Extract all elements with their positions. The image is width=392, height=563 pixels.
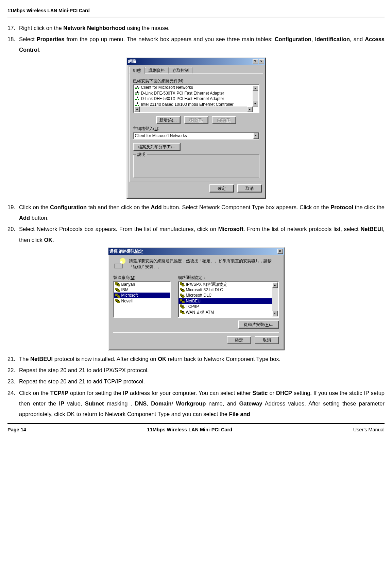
properties-button[interactable]: 內容(R)	[212, 116, 236, 124]
footer-right: User's Manual	[353, 425, 385, 435]
step-21: 21. The NetBEUI protocol is now installe…	[7, 354, 385, 364]
text: , and	[350, 36, 365, 42]
bold: Configuration	[50, 204, 87, 210]
bold: Configuration	[275, 36, 311, 42]
list-item-selected[interactable]: NetBEUI	[178, 298, 272, 304]
text: ,	[311, 36, 315, 42]
tab-identification[interactable]: 識別資料	[145, 67, 169, 74]
protocol-icon	[180, 304, 185, 309]
footer: Page 14 11Mbps Wireless LAN Mini-PCI Car…	[7, 425, 385, 435]
adapter-icon	[135, 97, 140, 101]
list-item-selected[interactable]: Microsoft	[114, 293, 170, 298]
cancel-button[interactable]: 取消	[237, 184, 262, 193]
titlebar[interactable]: 選擇 網路通訊協定 ×	[108, 248, 284, 255]
list-item[interactable]: TCP/IP	[178, 304, 272, 309]
text: Click on the	[19, 204, 50, 210]
titlebar[interactable]: 網路 ? ×	[127, 58, 265, 65]
bold: Add	[19, 215, 30, 221]
page-number: Page 14	[7, 425, 26, 435]
primary-logon-combo[interactable]: Client for Microsoft Networks ▼	[133, 132, 259, 139]
vertical-scrollbar[interactable]: ▲ ▼	[253, 85, 258, 106]
protocol-icon	[180, 310, 185, 314]
text: Repeat the step 20 and 21 to add IPX/SPX…	[19, 367, 149, 373]
text: from the pop up menu. The network box ap…	[64, 36, 274, 42]
text: using the mouse.	[125, 25, 170, 31]
adapter-icon	[135, 102, 140, 106]
tab-panel: 已經安裝下面的網路元件(N): Client for Microsoft Net…	[129, 73, 263, 182]
protocol-icon	[113, 258, 125, 270]
list-item[interactable]: WAN 支援 ATM	[178, 310, 272, 315]
list-item[interactable]: Microsoft DLC	[178, 293, 272, 298]
primary-logon-label: 主網路登入(L):	[133, 126, 259, 131]
installed-components-label: 已經安裝下面的網路元件(N):	[133, 79, 259, 83]
list-item[interactable]: D-Link DFE-530TX PCI Fast Ethernet Adapt…	[134, 96, 253, 101]
tab-access-control[interactable]: 存取控制	[169, 67, 192, 74]
chevron-down-icon[interactable]: ▼	[253, 133, 259, 139]
text: Right click on the	[19, 25, 63, 31]
protocol-icon	[115, 299, 120, 303]
protocol-icon	[180, 299, 185, 303]
tab-configuration[interactable]: 組態	[129, 67, 145, 74]
text: /	[172, 400, 176, 407]
group-label: 說明	[136, 152, 147, 157]
step-num: 21.	[7, 354, 15, 364]
protocol-icon	[115, 282, 120, 286]
help-button[interactable]: ?	[253, 59, 258, 64]
bold: Static	[253, 390, 268, 396]
dialog-title: 選擇 網路通訊協定	[109, 249, 277, 254]
scroll-down-icon[interactable]: ▼	[253, 101, 258, 106]
ok-button[interactable]: 確定	[227, 336, 251, 344]
bold: Protocol	[330, 204, 353, 210]
components-listbox[interactable]: Client for Microsoft Networks D-Link DFE…	[133, 84, 259, 113]
bold: Workgroup	[176, 400, 206, 407]
bold: Identification	[315, 36, 350, 42]
remove-button[interactable]: 移除(E)	[184, 116, 208, 124]
list-item[interactable]: Client for Microsoft Networks	[134, 85, 253, 90]
bold: IP	[123, 390, 129, 396]
add-button[interactable]: 新增(A)...	[156, 116, 181, 124]
bold: File and	[229, 411, 250, 417]
step-24: 24. Click on the TCP/IP option for setti…	[7, 388, 385, 420]
step-num: 19.	[7, 202, 15, 213]
text: tab and then click on the	[87, 204, 151, 210]
bold: OK	[44, 237, 52, 243]
list-item[interactable]: Banyan	[114, 282, 170, 287]
text: The	[19, 356, 30, 362]
text: button. Select Network Component Type bo…	[162, 204, 331, 210]
list-item[interactable]: Microsoft 32-bit DLC	[178, 287, 272, 293]
text: button.	[30, 215, 49, 221]
horizontal-scrollbar[interactable]: ◄ ►	[134, 106, 253, 112]
close-button[interactable]: ×	[277, 249, 283, 254]
bold: NetBEUI	[360, 226, 383, 232]
scroll-left-icon[interactable]: ◄	[134, 106, 140, 112]
scroll-up-icon[interactable]: ▲	[253, 85, 258, 91]
scroll-up-icon[interactable]: ▲	[272, 282, 278, 288]
protocols-listbox[interactable]: IPX/SPX 相容通訊協定 Microsoft 32-bit DLC Micr…	[178, 281, 279, 318]
close-button[interactable]: ×	[259, 59, 264, 64]
scroll-right-icon[interactable]: ►	[247, 106, 253, 112]
manufacturers-listbox[interactable]: Banyan IBM Microsoft Novell	[113, 281, 171, 318]
ok-button[interactable]: 確定	[209, 184, 234, 193]
text: option for setting the	[68, 390, 123, 396]
vertical-scrollbar[interactable]: ▲ ▼	[272, 282, 278, 316]
text: Select	[19, 36, 37, 42]
text: name, and	[206, 400, 239, 407]
step-20: 20. Select Network Protocols box appears…	[7, 224, 385, 245]
list-item[interactable]: IBM	[114, 287, 170, 293]
bold: Subnet	[85, 400, 104, 407]
protocol-icon	[115, 294, 120, 298]
file-print-sharing-button[interactable]: 檔案及列印分享(F)...	[133, 143, 181, 151]
bold: IP	[59, 400, 65, 407]
select-protocol-dialog: 選擇 網路通訊協定 × 請選擇要安裝的網路通訊協定，然後按「確定」。如果有裝置的…	[108, 247, 285, 350]
text: masking ,	[104, 400, 135, 407]
list-item[interactable]: IPX/SPX 相容通訊協定	[178, 282, 272, 287]
cancel-button[interactable]: 取消	[255, 336, 279, 344]
text: protocol is now installed. After clickin…	[53, 356, 158, 362]
list-item[interactable]: D-Link DFE-530TX PCI Fast Ethernet Adapt…	[134, 90, 253, 96]
combo-value: Client for Microsoft Networks	[134, 133, 253, 139]
have-disk-button[interactable]: 從磁片安裝(H)...	[238, 320, 279, 329]
step-22: 22. Repeat the step 20 and 21 to add IPX…	[7, 365, 385, 376]
list-item[interactable]: Novell	[114, 298, 170, 304]
scroll-down-icon[interactable]: ▼	[272, 311, 278, 316]
instruction-text: 請選擇要安裝的網路通訊協定，然後按「確定」。如果有裝置的安裝磁片，請按「從磁片安…	[129, 258, 279, 270]
